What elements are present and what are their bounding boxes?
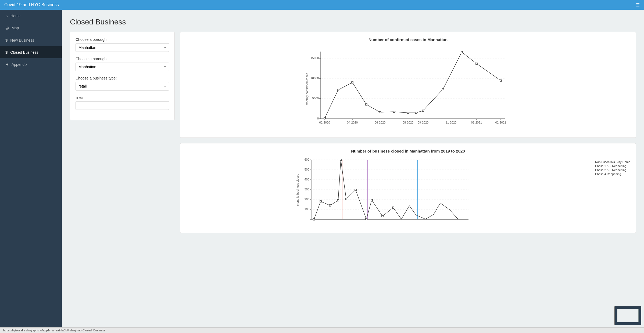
- legend-non-essential-line: [587, 162, 593, 162]
- svg-rect-35: [422, 110, 424, 111]
- legend-non-essential: Non Essentials Stay Home: [587, 160, 630, 164]
- sidebar-item-new-business[interactable]: $ New Business: [0, 34, 62, 46]
- chart2-legend: Non Essentials Stay Home Phase 1 & 2 Reo…: [587, 160, 630, 176]
- legend-phase4-label: Phase 4 Reopening: [595, 172, 621, 176]
- legend-phase23-line: [587, 170, 593, 170]
- svg-rect-69: [366, 218, 367, 220]
- page-title: Closed Business: [70, 18, 636, 26]
- dollar-icon-2: $: [5, 50, 8, 55]
- legend-phase12-line: [587, 166, 593, 166]
- svg-text:5000: 5000: [312, 97, 319, 100]
- svg-text:300: 300: [304, 188, 309, 191]
- svg-text:600: 600: [304, 158, 309, 161]
- svg-text:0: 0: [307, 218, 309, 221]
- svg-rect-30: [366, 104, 367, 105]
- svg-text:100: 100: [304, 208, 309, 211]
- lines-label: lines: [76, 95, 169, 100]
- sidebar-item-label: Appendix: [12, 62, 27, 67]
- svg-rect-33: [407, 112, 409, 114]
- chart1-container: Number of confirmed cases in Manhattan m…: [180, 32, 636, 138]
- svg-rect-66: [340, 159, 342, 161]
- svg-rect-38: [476, 63, 477, 64]
- topbar: Covid-19 and NYC Business ☰: [0, 0, 644, 10]
- sidebar-item-closed-business[interactable]: $ Closed Business: [0, 46, 62, 58]
- borough-label-1: Choose a borough:: [76, 37, 169, 42]
- legend-non-essential-label: Non Essentials Stay Home: [595, 160, 630, 164]
- svg-rect-36: [442, 88, 444, 90]
- svg-rect-34: [415, 112, 417, 114]
- borough-label-2: Choose a borough:: [76, 57, 169, 61]
- chart2-svg: monthly business closed 0 100: [294, 158, 477, 227]
- svg-rect-68: [355, 189, 356, 191]
- svg-rect-32: [393, 111, 395, 113]
- svg-rect-65: [337, 200, 339, 201]
- business-type-label: Choose a business type:: [76, 76, 169, 80]
- business-type-wrapper: retail food services entertainment: [76, 82, 169, 91]
- chart1-title: Number of confirmed cases in Manhattan: [186, 37, 630, 42]
- business-type-select[interactable]: retail food services entertainment: [76, 82, 169, 91]
- chart2-y-label: monthly business closed: [296, 174, 299, 206]
- chart1-line: [325, 52, 501, 118]
- topbar-title: Covid-19 and NYC Business: [4, 2, 59, 7]
- sidebar-item-label: New Business: [10, 38, 34, 42]
- content-area: Closed Business Choose a borough: Manhat…: [62, 10, 644, 327]
- statusbar-url: https://liqiaosally.shinyapps.io/app1/_w…: [3, 329, 105, 332]
- sidebar-item-map[interactable]: ◎ Map: [0, 22, 62, 34]
- svg-rect-27: [324, 117, 325, 119]
- hamburger-icon[interactable]: ☰: [636, 2, 640, 8]
- svg-rect-39: [500, 80, 502, 81]
- sidebar-item-label: Home: [10, 14, 20, 18]
- svg-rect-37: [461, 51, 463, 53]
- svg-rect-28: [337, 89, 339, 91]
- sidebar-item-appendix[interactable]: ✱ Appendix: [0, 58, 62, 71]
- lines-input[interactable]: 5: [76, 101, 169, 110]
- legend-phase12-label: Phase 1 & 2 Reopening: [595, 164, 626, 168]
- business-type-group: Choose a business type: retail food serv…: [76, 76, 169, 91]
- borough-select-wrapper-1: Manhattan Brooklyn Queens Bronx Staten I…: [76, 43, 169, 52]
- lines-group: lines 5: [76, 95, 169, 110]
- statusbar: https://liqiaosally.shinyapps.io/app1/_w…: [0, 327, 644, 333]
- svg-text:08-2020: 08-2020: [403, 121, 413, 124]
- map-icon: ◎: [5, 26, 9, 30]
- sidebar-item-label: Map: [12, 26, 19, 30]
- home-icon: ⌂: [5, 13, 8, 18]
- main-layout: ⌂ Home ◎ Map $ New Business $ Closed Bus…: [0, 10, 644, 327]
- borough-select-1[interactable]: Manhattan Brooklyn Queens Bronx Staten I…: [76, 43, 169, 52]
- svg-text:200: 200: [304, 198, 309, 201]
- svg-rect-70: [371, 199, 373, 201]
- dollar-icon: $: [5, 38, 8, 42]
- legend-phase23-label: Phase 2 & 3 Reopening: [595, 168, 626, 172]
- legend-phase23: Phase 2 & 3 Reopening: [587, 168, 630, 172]
- svg-rect-31: [379, 111, 381, 113]
- sidebar-item-home[interactable]: ⌂ Home: [0, 10, 62, 22]
- legend-phase4-line: [587, 174, 593, 174]
- svg-text:02-2021: 02-2021: [495, 121, 506, 124]
- sidebar: ⌂ Home ◎ Map $ New Business $ Closed Bus…: [0, 10, 62, 327]
- chart2-title: Number of business closed in Manhattan f…: [186, 149, 630, 153]
- borough-select-group-1: Choose a borough: Manhattan Brooklyn Que…: [76, 37, 169, 52]
- svg-text:06-2020: 06-2020: [375, 121, 385, 124]
- legend-phase12: Phase 1 & 2 Reopening: [587, 164, 630, 168]
- svg-text:01-2021: 01-2021: [471, 121, 482, 124]
- svg-rect-72: [392, 207, 394, 208]
- svg-text:0: 0: [317, 117, 319, 120]
- borough-select-wrapper-2: Manhattan Brooklyn Queens Bronx Staten I…: [76, 63, 169, 71]
- legend-phase4: Phase 4 Reopening: [587, 172, 630, 176]
- svg-rect-67: [345, 198, 347, 200]
- svg-rect-29: [352, 82, 353, 83]
- asterisk-icon: ✱: [5, 62, 9, 67]
- chart2-container: Number of business closed in Manhattan f…: [180, 143, 636, 233]
- svg-text:09-2020: 09-2020: [418, 121, 428, 124]
- svg-text:400: 400: [304, 178, 309, 181]
- chart1-y-label: monthly confirmed cases: [305, 73, 309, 106]
- borough-select-2[interactable]: Manhattan Brooklyn Queens Bronx Staten I…: [76, 63, 169, 71]
- svg-text:02-2020: 02-2020: [319, 121, 330, 124]
- svg-rect-63: [320, 201, 321, 202]
- svg-rect-62: [313, 219, 315, 220]
- svg-rect-71: [382, 215, 383, 217]
- controls-panel: Choose a borough: Manhattan Brooklyn Que…: [70, 32, 175, 120]
- thumbnail: [614, 306, 641, 325]
- svg-text:04-2020: 04-2020: [347, 121, 358, 124]
- svg-rect-64: [329, 205, 331, 206]
- svg-text:11-2020: 11-2020: [446, 121, 456, 124]
